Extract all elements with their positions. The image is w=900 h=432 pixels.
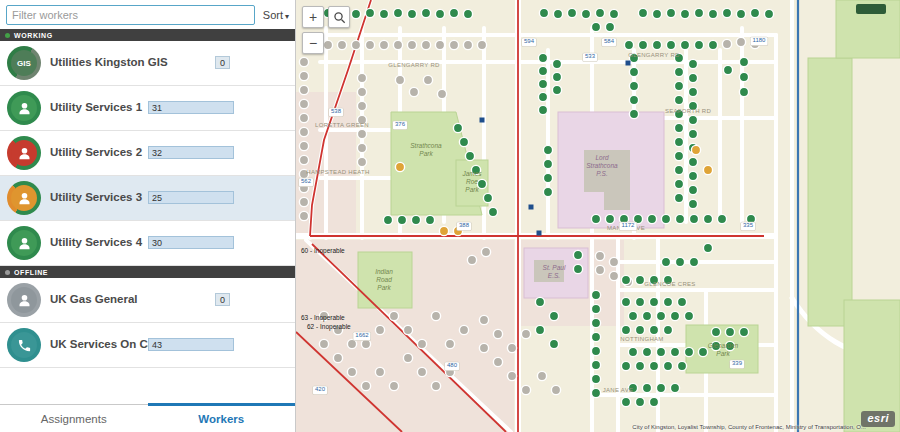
- green-worker-dot[interactable]: [680, 40, 689, 49]
- green-worker-dot[interactable]: [549, 311, 558, 320]
- orange-worker-dot[interactable]: [453, 226, 462, 235]
- green-worker-dot[interactable]: [688, 101, 697, 110]
- gray-worker-dot[interactable]: [609, 257, 618, 266]
- gray-worker-dot[interactable]: [357, 115, 366, 124]
- worker-row[interactable]: Utility Services 430: [0, 221, 295, 266]
- gray-worker-dot[interactable]: [595, 251, 604, 260]
- green-worker-dot[interactable]: [543, 145, 552, 154]
- gray-worker-dot[interactable]: [299, 127, 308, 136]
- green-worker-dot[interactable]: [552, 59, 561, 68]
- worker-row[interactable]: Utility Services 131: [0, 86, 295, 131]
- green-worker-dot[interactable]: [591, 388, 600, 397]
- green-worker-dot[interactable]: [397, 215, 406, 224]
- gray-worker-dot[interactable]: [403, 353, 412, 362]
- green-worker-dot[interactable]: [708, 9, 717, 18]
- gray-worker-dot[interactable]: [299, 169, 308, 178]
- green-worker-dot[interactable]: [708, 40, 717, 49]
- green-worker-dot[interactable]: [649, 297, 658, 306]
- green-worker-dot[interactable]: [407, 9, 416, 18]
- green-worker-dot[interactable]: [629, 67, 638, 76]
- green-worker-dot[interactable]: [629, 53, 638, 62]
- green-worker-dot[interactable]: [421, 8, 430, 17]
- green-worker-dot[interactable]: [549, 339, 558, 348]
- gray-worker-dot[interactable]: [299, 71, 308, 80]
- gray-worker-dot[interactable]: [407, 40, 416, 49]
- gray-worker-dot[interactable]: [299, 211, 308, 220]
- green-worker-dot[interactable]: [717, 214, 726, 223]
- green-worker-dot[interactable]: [605, 214, 614, 223]
- green-worker-dot[interactable]: [628, 347, 637, 356]
- green-worker-dot[interactable]: [635, 361, 644, 370]
- green-worker-dot[interactable]: [661, 214, 670, 223]
- green-worker-dot[interactable]: [670, 311, 679, 320]
- gray-worker-dot[interactable]: [750, 39, 759, 48]
- green-worker-dot[interactable]: [684, 347, 693, 356]
- green-worker-dot[interactable]: [725, 327, 734, 336]
- gray-worker-dot[interactable]: [333, 353, 342, 362]
- green-worker-dot[interactable]: [674, 193, 683, 202]
- green-worker-dot[interactable]: [553, 9, 562, 18]
- green-worker-dot[interactable]: [459, 137, 468, 146]
- gray-worker-dot[interactable]: [365, 40, 374, 49]
- green-worker-dot[interactable]: [688, 185, 697, 194]
- zoom-in-button[interactable]: +: [302, 6, 324, 28]
- gray-worker-dot[interactable]: [379, 40, 388, 49]
- green-worker-dot[interactable]: [689, 214, 698, 223]
- green-worker-dot[interactable]: [649, 397, 658, 406]
- gray-worker-dot[interactable]: [299, 113, 308, 122]
- green-worker-dot[interactable]: [642, 311, 651, 320]
- gray-worker-dot[interactable]: [357, 101, 366, 110]
- green-worker-dot[interactable]: [642, 383, 651, 392]
- gray-worker-dot[interactable]: [347, 339, 356, 348]
- worker-row[interactable]: GISUtilities Kingston GIS0: [0, 41, 295, 86]
- gray-worker-dot[interactable]: [445, 367, 454, 376]
- gray-worker-dot[interactable]: [423, 75, 432, 84]
- green-worker-dot[interactable]: [411, 215, 420, 224]
- gray-worker-dot[interactable]: [449, 40, 458, 49]
- green-worker-dot[interactable]: [383, 215, 392, 224]
- green-worker-dot[interactable]: [483, 193, 492, 202]
- green-worker-dot[interactable]: [635, 325, 644, 334]
- gray-worker-dot[interactable]: [477, 40, 486, 49]
- green-worker-dot[interactable]: [674, 179, 683, 188]
- gray-worker-dot[interactable]: [493, 357, 502, 366]
- green-worker-dot[interactable]: [638, 8, 647, 17]
- gray-worker-dot[interactable]: [389, 311, 398, 320]
- gray-worker-dot[interactable]: [347, 367, 356, 376]
- green-worker-dot[interactable]: [674, 53, 683, 62]
- green-worker-dot[interactable]: [677, 297, 686, 306]
- green-worker-dot[interactable]: [680, 9, 689, 18]
- zoom-out-button[interactable]: −: [302, 32, 324, 54]
- green-worker-dot[interactable]: [688, 73, 697, 82]
- green-worker-dot[interactable]: [688, 115, 697, 124]
- green-worker-dot[interactable]: [684, 311, 693, 320]
- gray-worker-dot[interactable]: [409, 87, 418, 96]
- gray-worker-dot[interactable]: [375, 367, 384, 376]
- gray-worker-dot[interactable]: [521, 385, 530, 394]
- green-worker-dot[interactable]: [628, 311, 637, 320]
- gray-worker-dot[interactable]: [299, 99, 308, 108]
- green-worker-dot[interactable]: [591, 22, 600, 31]
- green-worker-dot[interactable]: [725, 341, 734, 350]
- gray-worker-dot[interactable]: [507, 343, 516, 352]
- worker-row[interactable]: Utility Services 232: [0, 131, 295, 176]
- green-worker-dot[interactable]: [629, 95, 638, 104]
- gray-worker-dot[interactable]: [437, 89, 446, 98]
- green-worker-dot[interactable]: [538, 66, 547, 75]
- gray-worker-dot[interactable]: [333, 325, 342, 334]
- gray-worker-dot[interactable]: [393, 40, 402, 49]
- utility-asset-marker[interactable]: [480, 118, 485, 123]
- green-worker-dot[interactable]: [591, 290, 600, 299]
- gray-worker-dot[interactable]: [421, 40, 430, 49]
- gray-worker-dot[interactable]: [521, 329, 530, 338]
- gray-worker-dot[interactable]: [479, 315, 488, 324]
- green-worker-dot[interactable]: [425, 215, 434, 224]
- gray-worker-dot[interactable]: [722, 39, 731, 48]
- green-worker-dot[interactable]: [688, 157, 697, 166]
- green-worker-dot[interactable]: [591, 214, 600, 223]
- gray-worker-dot[interactable]: [431, 311, 440, 320]
- gray-worker-dot[interactable]: [299, 57, 308, 66]
- green-worker-dot[interactable]: [635, 275, 644, 284]
- green-worker-dot[interactable]: [535, 325, 544, 334]
- gray-worker-dot[interactable]: [595, 265, 604, 274]
